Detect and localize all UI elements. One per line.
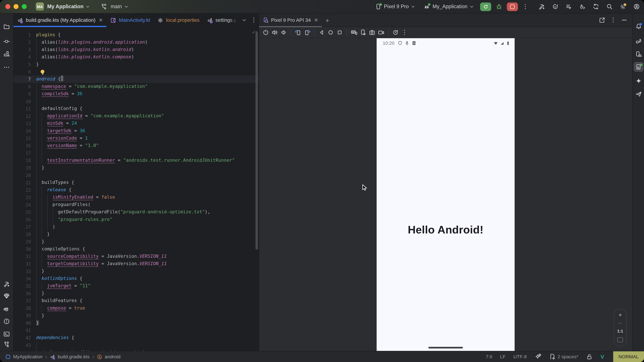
code-line: 1plugins { [14,31,259,38]
apply-code-changes-icon[interactable] [566,3,572,10]
git-branch-tool-button[interactable] [2,339,12,349]
gradle-sync-icon[interactable] [593,3,599,10]
screen-record-icon[interactable] [378,29,384,36]
fit-screen-button[interactable] [617,337,623,342]
breadcrumb-item[interactable]: android [97,354,120,359]
volume-down-icon[interactable] [280,29,287,36]
screenshot-icon[interactable] [369,29,375,36]
code-lines: 1plugins {2 alias(libs.plugins.android.a… [14,31,259,351]
app-insights-tool-button[interactable] [2,291,12,301]
minimize-window-button[interactable] [14,4,18,9]
chevron-down-icon [124,4,128,9]
editor-tab[interactable]: build.gradle.kts (My Application)✕ [14,13,107,27]
mouse-cursor [362,184,368,191]
more-vertical-icon[interactable] [250,17,257,23]
commit-tool-button[interactable] [2,36,12,46]
plane-icon [635,91,642,97]
profile-icon[interactable] [633,3,640,10]
notifications-tool-button[interactable] [634,21,644,31]
project-folder-tool-button[interactable] [2,22,12,32]
hardware-input-icon[interactable] [351,29,357,36]
add-device-tab-button[interactable]: + [322,13,333,27]
zoom-window-button[interactable] [22,4,27,9]
editor-tab[interactable]: settings.g [203,13,240,27]
caret-position[interactable]: 7:9 [486,354,492,359]
lock-open-icon[interactable] [586,354,593,360]
close-tab-icon[interactable]: ✕ [99,17,103,23]
inspections-ok-icon[interactable]: ✓ [252,29,256,35]
search-icon[interactable] [606,3,613,10]
back-icon[interactable] [318,29,325,36]
more-run-options-button[interactable] [522,3,528,10]
build-hammer-icon[interactable] [538,3,545,10]
status-bar: MyApplication›build.gradle.kts›android 7… [0,351,644,362]
more-icon[interactable] [401,29,408,36]
code-editor[interactable]: 1plugins {2 alias(libs.plugins.android.a… [14,27,259,351]
device-tab-label: Pixel 9 Pro API 34 [271,17,311,23]
gesture-handle[interactable] [428,347,463,349]
apply-changes-icon[interactable]: A [552,3,558,10]
device-manager-tool-button[interactable] [634,49,644,59]
close-device-tab-icon[interactable]: ✕ [314,17,318,23]
chevron-down-icon[interactable] [242,18,246,22]
plane-tool-button[interactable] [634,89,644,99]
stop-button[interactable] [507,2,518,11]
open-in-window-icon[interactable] [599,17,606,23]
hide-icon[interactable] [621,17,628,23]
terminal-tool-button[interactable] [2,329,12,339]
build-hammer-tool-button[interactable] [2,279,12,289]
problems-tool-button[interactable] [2,317,12,326]
ai-disabled-icon[interactable] [535,354,541,360]
encoding[interactable]: UTF-8 [513,354,527,359]
home-icon[interactable] [327,29,334,36]
indent-widget[interactable]: 2 spaces* [549,354,578,360]
device-settings-icon[interactable] [360,29,366,36]
editor-tab[interactable]: MainActivity.kt [106,13,154,27]
intention-bulb-icon[interactable] [40,69,44,73]
debug-button[interactable] [496,3,502,10]
cellular-icon [500,40,504,45]
code-line: 33 } [14,268,259,275]
code-line: 26 "proguard-rules.pro" [14,216,259,223]
rerun-button[interactable] [480,2,491,11]
branch-name: main [111,4,122,9]
run-configuration-selector[interactable]: My_Application [424,3,474,10]
device-tab[interactable]: Pixel 9 Pro API 34 ✕ [259,13,322,27]
zoom-out-button[interactable]: − [618,321,622,325]
resource-manager-tool-button[interactable] [2,49,12,59]
rotate-right-icon[interactable] [304,29,310,36]
vim-icon[interactable]: V [600,354,604,360]
device-screen[interactable]: 10:20 A Hello Android! [377,38,515,351]
attach-debugger-icon[interactable] [579,3,586,10]
branch-selector[interactable]: main [101,3,128,10]
editor-scrollbar[interactable] [256,31,258,250]
zoom-actual-size-button[interactable]: 1:1 [617,329,623,333]
vim-caret [60,76,63,81]
editor-tab[interactable]: local.properties [154,13,203,27]
device-selector[interactable]: Pixel 9 Pro [375,3,415,10]
logcat-tool-button[interactable] [2,305,12,314]
overview-icon[interactable] [336,29,343,36]
running-devices-tool-button[interactable] [634,62,644,72]
gradle-tool-button[interactable] [634,36,644,46]
more-icon[interactable] [610,17,616,23]
gemini-tool-button[interactable] [634,76,644,86]
power-icon[interactable] [262,29,269,36]
run-config-label: My_Application [432,4,468,9]
breadcrumb-item[interactable]: build.gradle.kts [50,354,90,359]
volume-up-icon[interactable] [272,29,278,36]
settings-icon[interactable] [620,3,626,10]
code-line: 9 compileSdk = 36 [14,90,259,98]
build-hammer-icon [3,281,10,287]
rotate-left-icon[interactable] [295,29,301,36]
more-tools-tool-button[interactable] [2,62,12,72]
breadcrumb-item[interactable]: MyApplication [5,354,42,359]
project-selector[interactable]: My Application [44,4,90,9]
code-line: 22 release { [14,186,259,194]
line-ending[interactable]: LF [500,354,506,359]
snapshot-reset-icon[interactable] [392,29,399,36]
zoom-in-button[interactable]: + [618,313,622,317]
code-line: 8 namespace = "com.example.myapplication… [14,83,259,90]
code-line: 29 } [14,238,259,245]
close-window-button[interactable] [5,4,10,9]
